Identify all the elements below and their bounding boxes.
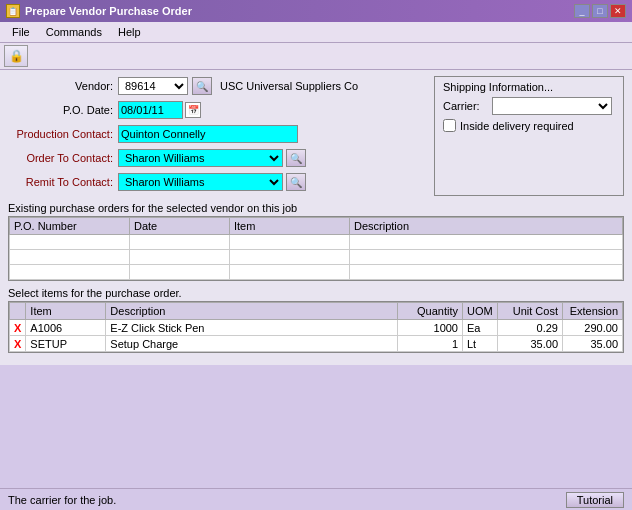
production-contact-label: Production Contact: [8, 128, 118, 140]
row-description-1: Setup Charge [106, 336, 398, 352]
po-empty-row-2 [10, 250, 623, 265]
toolbar-lock-button[interactable]: 🔒 [4, 45, 28, 67]
minimize-button[interactable]: _ [574, 4, 590, 18]
menu-commands[interactable]: Commands [38, 24, 110, 40]
po-empty-row-1 [10, 235, 623, 250]
date-controls: 📅 [118, 101, 201, 119]
tutorial-button[interactable]: Tutorial [566, 492, 624, 508]
po-empty-row-3 [10, 265, 623, 280]
items-col-x [10, 303, 26, 320]
remit-to-contact-select[interactable]: Sharon Williams [118, 173, 283, 191]
carrier-select[interactable] [492, 97, 612, 115]
po-section-label: Existing purchase orders for the selecte… [8, 202, 624, 214]
carrier-row: Carrier: [443, 97, 615, 115]
main-content: Vendor: 89614 🔍 USC Universal Suppliers … [0, 70, 632, 365]
items-table: Item Description Quantity UOM Unit Cost … [9, 302, 623, 352]
po-col-description: Description [350, 218, 623, 235]
window-icon: 📋 [6, 4, 20, 18]
window-title: Prepare Vendor Purchase Order [25, 5, 192, 17]
items-col-description: Description [106, 303, 398, 320]
row-item-0: A1006 [26, 320, 106, 336]
items-section: Select items for the purchase order. Ite… [8, 287, 624, 353]
toolbar: 🔒 [0, 43, 632, 70]
maximize-button[interactable]: □ [592, 4, 608, 18]
order-to-contact-row: Order To Contact: Sharon Williams 🔍 [8, 148, 424, 168]
po-col-date: Date [130, 218, 230, 235]
form-section: Vendor: 89614 🔍 USC Universal Suppliers … [8, 76, 624, 196]
inside-delivery-row: Inside delivery required [443, 119, 615, 132]
production-contact-input[interactable] [118, 125, 298, 143]
items-table-container: Item Description Quantity UOM Unit Cost … [8, 301, 624, 353]
inside-delivery-label: Inside delivery required [460, 120, 574, 132]
status-text: The carrier for the job. [8, 494, 116, 506]
form-left: Vendor: 89614 🔍 USC Universal Suppliers … [8, 76, 424, 196]
vendor-search-button[interactable]: 🔍 [192, 77, 212, 95]
remit-contact-search-button[interactable]: 🔍 [286, 173, 306, 191]
close-button[interactable]: ✕ [610, 4, 626, 18]
items-section-label: Select items for the purchase order. [8, 287, 624, 299]
calendar-icon[interactable]: 📅 [185, 102, 201, 118]
items-col-extension: Extension [563, 303, 623, 320]
row-description-0: E-Z Click Stick Pen [106, 320, 398, 336]
items-col-unitcost: Unit Cost [498, 303, 563, 320]
inside-delivery-checkbox[interactable] [443, 119, 456, 132]
items-col-quantity: Quantity [398, 303, 463, 320]
remit-to-contact-label: Remit To Contact: [8, 176, 118, 188]
vendor-name: USC Universal Suppliers Co [220, 80, 358, 92]
order-to-contact-select[interactable]: Sharon Williams [118, 149, 283, 167]
shipping-title: Shipping Information... [443, 81, 615, 93]
shipping-box: Shipping Information... Carrier: Inside … [434, 76, 624, 196]
po-date-label: P.O. Date: [8, 104, 118, 116]
production-contact-row: Production Contact: [8, 124, 424, 144]
title-bar: 📋 Prepare Vendor Purchase Order _ □ ✕ [0, 0, 632, 22]
po-date-row: P.O. Date: 📅 [8, 100, 424, 120]
row-quantity-0: 1000 [398, 320, 463, 336]
remit-to-contact-row: Remit To Contact: Sharon Williams 🔍 [8, 172, 424, 192]
po-date-input[interactable] [118, 101, 183, 119]
menu-bar: File Commands Help [0, 22, 632, 43]
items-col-uom: UOM [463, 303, 498, 320]
row-x-1[interactable]: X [10, 336, 26, 352]
bottom-bar: The carrier for the job. Tutorial [0, 488, 632, 510]
menu-help[interactable]: Help [110, 24, 149, 40]
order-to-contact-label: Order To Contact: [8, 152, 118, 164]
menu-file[interactable]: File [4, 24, 38, 40]
row-uom-0: Ea [463, 320, 498, 336]
row-unitcost-0: 0.29 [498, 320, 563, 336]
row-extension-1: 35.00 [563, 336, 623, 352]
vendor-label: Vendor: [8, 80, 118, 92]
vendor-select[interactable]: 89614 [118, 77, 188, 95]
table-row: X SETUP Setup Charge 1 Lt 35.00 35.00 [10, 336, 623, 352]
row-item-1: SETUP [26, 336, 106, 352]
carrier-label: Carrier: [443, 100, 488, 112]
row-quantity-1: 1 [398, 336, 463, 352]
po-col-ponumber: P.O. Number [10, 218, 130, 235]
items-col-item: Item [26, 303, 106, 320]
po-section: Existing purchase orders for the selecte… [8, 202, 624, 281]
po-table: P.O. Number Date Item Description [9, 217, 623, 280]
row-uom-1: Lt [463, 336, 498, 352]
table-row: X A1006 E-Z Click Stick Pen 1000 Ea 0.29… [10, 320, 623, 336]
row-extension-0: 290.00 [563, 320, 623, 336]
po-col-item: Item [230, 218, 350, 235]
po-table-container: P.O. Number Date Item Description [8, 216, 624, 281]
row-x-0[interactable]: X [10, 320, 26, 336]
row-unitcost-1: 35.00 [498, 336, 563, 352]
order-contact-search-button[interactable]: 🔍 [286, 149, 306, 167]
vendor-row: Vendor: 89614 🔍 USC Universal Suppliers … [8, 76, 424, 96]
vendor-controls: 89614 🔍 USC Universal Suppliers Co [118, 77, 358, 95]
